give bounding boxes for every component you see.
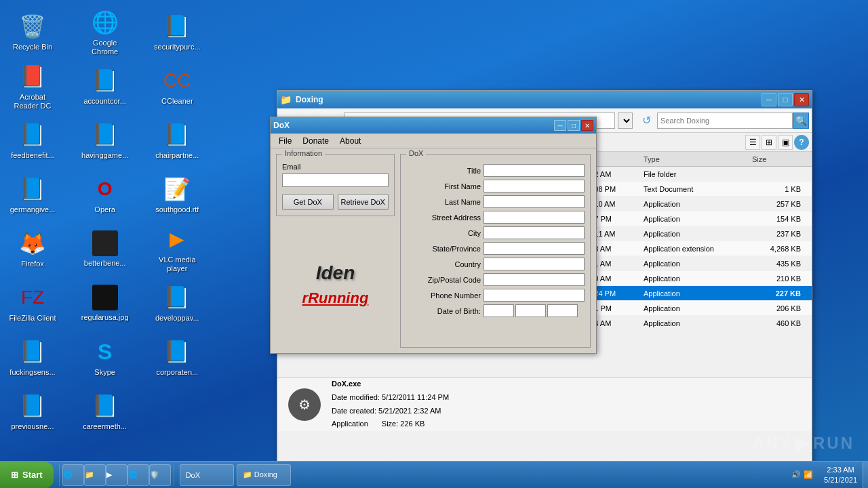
icon-havinggame[interactable]: 📘 havinggame... [78,114,132,168]
taskbar-security-button[interactable]: 🛡️ [149,464,171,486]
menu-file[interactable]: File [273,135,297,147]
icon-ccleaner[interactable]: CC CCleaner [150,60,204,114]
dob-month-input[interactable] [484,304,514,317]
icon-careermeth[interactable]: 📘 careermeth... [78,385,132,439]
start-button[interactable]: ⊞ Start [0,462,54,488]
icon-filezilla[interactable]: FZ FileZilla Client [5,277,60,331]
row-size: 460 KB [752,319,806,327]
minimize-button[interactable]: ─ [762,93,776,106]
southgood-icon: 📝 [163,176,191,203]
view-toggle-button[interactable]: ⊞ [762,135,776,150]
streetaddress-input[interactable] [484,211,585,224]
country-input[interactable] [484,258,585,270]
icon-skype[interactable]: S Skype [78,331,132,385]
title-label: Title [406,167,481,175]
logo-iden-text: Iden [316,262,355,284]
icon-acrobat[interactable]: 📕 Acrobat Reader DC [5,60,60,114]
row-type: File folder [644,170,752,178]
fuckingsens-icon: 📘 [19,338,46,365]
search-input[interactable] [657,113,793,129]
row-type: Application [644,260,752,268]
dox-menubar: File Donate About [271,134,596,148]
close-button[interactable]: ✕ [794,93,809,106]
tray-network-icon[interactable]: 📶 [804,470,813,479]
title-input[interactable] [484,164,585,177]
icon-label-betterbene: betterbene... [84,259,126,268]
menu-about[interactable]: About [334,135,366,147]
icon-accountcor[interactable]: 📘 accountcor... [78,60,132,114]
icon-opera[interactable]: O Opera [78,168,132,222]
show-desktop-button[interactable] [863,462,868,488]
phone-input[interactable] [484,289,585,302]
taskbar-running-apps: DoX 📁 Doxing [177,464,786,486]
icon-developpa[interactable]: 📘 developpa​v... [150,277,204,331]
taskbar-doxing-button[interactable]: 📁 Doxing [237,464,291,486]
col-header-size[interactable]: Size [752,155,806,163]
file-explorer-titlebar[interactable]: 📁 Doxing ─ □ ✕ [277,91,812,108]
icon-betterbene[interactable]: betterbene... [78,222,132,277]
start-label: Start [22,470,43,480]
icon-label-securitypur: securitypurc... [154,43,200,52]
taskbar-folder-button[interactable]: 📁 [84,464,106,486]
get-dox-button[interactable]: Get DoX [282,194,334,210]
icon-chrome[interactable]: 🌐 Google Chrome [78,5,132,60]
ccleaner-icon: CC [163,67,191,94]
col-header-type[interactable]: Type [644,155,752,163]
taskbar-ie-button[interactable]: 🌐 [62,464,84,486]
dox-titlebar[interactable]: DoX ─ □ ✕ [271,117,596,134]
icon-label-southgood: southgood.rtf [155,205,199,214]
icon-securitypur[interactable]: 📘 securitypurc... [150,5,204,60]
phone-row: Phone Number [406,289,585,302]
help-button[interactable]: ? [794,135,809,150]
icon-previousne[interactable]: 📘 previousne... [5,385,60,439]
icon-feedbenefit[interactable]: 📘 feedbenefit... [5,114,60,168]
vlc-icon: ▶ [163,226,191,253]
icon-label-regularusa: regularusa.jpg [81,313,129,322]
taskbar-chrome-button[interactable]: 🌐 [127,464,149,486]
selected-file-icon: ⚙ [288,388,321,421]
clock-date: 5/21/2021 [824,475,857,485]
system-clock: 2:33 AM 5/21/2021 [818,465,863,485]
icon-label-developpa: developpa​v... [155,314,199,323]
zip-input[interactable] [484,273,585,286]
zip-label: Zip/Postal Code [406,276,481,284]
icon-vlc[interactable]: ▶ VLC media player [150,222,204,277]
icon-recycle-bin[interactable]: 🗑️ Recycle Bin [5,5,60,60]
row-size: 237 KB [752,230,806,238]
chrome-icon: 🌐 [92,9,119,36]
city-input[interactable] [484,226,585,239]
firstname-input[interactable] [484,180,585,192]
icon-chairpartne[interactable]: 📘 chairpartne... [150,114,204,168]
email-label: Email [282,163,389,171]
dob-year-input[interactable] [547,304,578,317]
dox-minimize-button[interactable]: ─ [554,120,566,131]
menu-donate[interactable]: Donate [297,135,334,147]
tray-volume-icon[interactable]: 🔊 [791,470,801,479]
corporate-icon: 📘 [163,338,191,365]
icon-fuckingsens[interactable]: 📘 fuckingsens... [5,331,60,385]
row-size: 210 KB [752,274,806,283]
icon-label-fuckingsens: fuckingsens... [9,368,55,377]
icon-southgood[interactable]: 📝 southgood.rtf [150,168,204,222]
preview-button[interactable]: ▣ [778,135,793,150]
icon-corporate[interactable]: 📘 corporate​n... [150,331,204,385]
refresh-button[interactable]: ↺ [638,113,654,129]
state-input[interactable] [484,242,585,255]
lastname-input[interactable] [484,195,585,208]
taskbar-media-button[interactable]: ▶ [106,464,127,486]
dox-close-button[interactable]: ✕ [581,120,593,131]
dox-maximize-button[interactable]: □ [568,120,580,131]
icon-germangive[interactable]: 📘 germangive... [5,168,60,222]
recycle-bin-icon: 🗑️ [19,13,46,40]
opera-icon: O [92,176,119,203]
retrieve-dox-button[interactable]: Retrieve DoX [338,194,389,210]
maximize-button[interactable]: □ [778,93,793,106]
search-go-button[interactable]: 🔍 [793,113,809,129]
taskbar-dox-button[interactable]: DoX [180,464,234,486]
change-view-button[interactable]: ☰ [745,135,760,150]
dob-day-input[interactable] [515,304,546,317]
icon-firefox[interactable]: 🦊 Firefox [5,222,60,277]
email-input[interactable] [282,174,389,187]
icon-regularusa[interactable]: regularusa.jpg [78,277,132,331]
path-dropdown[interactable] [618,113,633,129]
